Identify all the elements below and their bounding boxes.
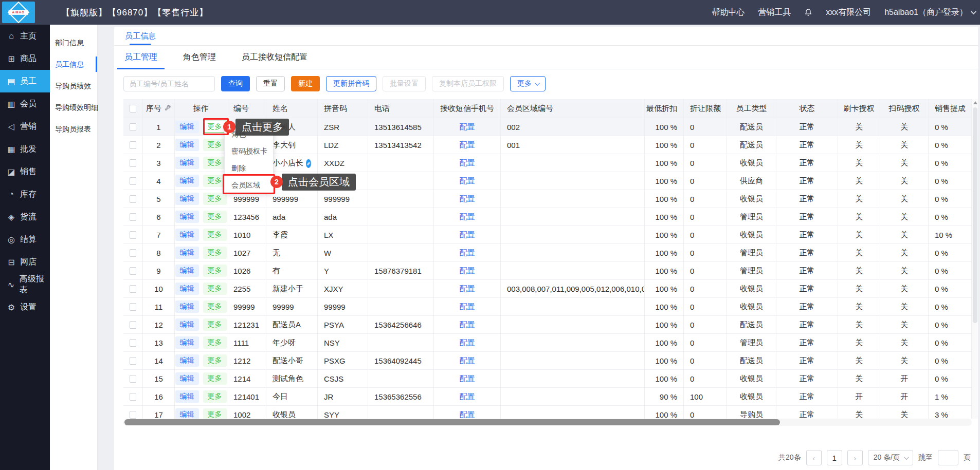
- submenu-item-员工信息[interactable]: 员工信息: [50, 53, 97, 75]
- edit-button[interactable]: 编辑: [175, 336, 199, 349]
- menu-item-密码授权卡[interactable]: 密码授权卡: [225, 143, 273, 160]
- configure-link[interactable]: 配置: [460, 140, 475, 150]
- vertical-scrollbar-thumb[interactable]: [973, 107, 977, 323]
- page-tab-staff-info[interactable]: 员工信息: [125, 27, 156, 46]
- toolbar-button-更多[interactable]: 更多: [510, 76, 546, 91]
- sidebar-item-销售[interactable]: ◪销售: [0, 160, 50, 183]
- row-checkbox[interactable]: [130, 177, 136, 185]
- row-checkbox[interactable]: [130, 303, 136, 311]
- more-button[interactable]: 更多: [203, 157, 227, 169]
- configure-link[interactable]: 配置: [460, 356, 475, 366]
- row-checkbox[interactable]: [130, 141, 136, 149]
- row-checkbox[interactable]: [130, 123, 136, 131]
- logo[interactable]: AIBAO: [2, 2, 35, 23]
- edit-button[interactable]: 编辑: [175, 354, 199, 367]
- sidebar-item-营销[interactable]: ◁营销: [0, 115, 50, 138]
- current-page[interactable]: 1: [827, 450, 842, 465]
- submenu-item-导购员绩效[interactable]: 导购员绩效: [50, 75, 97, 97]
- row-checkbox[interactable]: [130, 375, 136, 383]
- edit-button[interactable]: 编辑: [175, 283, 199, 295]
- edit-button[interactable]: 编辑: [175, 390, 199, 403]
- sidebar-item-货流[interactable]: ◈货流: [0, 205, 50, 228]
- horizontal-scrollbar-thumb[interactable]: [124, 419, 780, 425]
- sidebar-item-设置[interactable]: ⚙设置: [0, 296, 50, 318]
- configure-link[interactable]: 配置: [460, 176, 475, 186]
- sidebar-item-库存[interactable]: ◔库存: [0, 183, 50, 205]
- sidebar-item-商品[interactable]: ⊞商品: [0, 47, 50, 70]
- submenu-item-导购绩效明细[interactable]: 导购绩效明细: [50, 97, 97, 118]
- edit-button[interactable]: 编辑: [175, 300, 199, 313]
- prev-page-button[interactable]: ‹: [806, 450, 822, 465]
- configure-link[interactable]: 配置: [460, 302, 475, 312]
- configure-link[interactable]: 配置: [460, 248, 475, 258]
- more-button[interactable]: 更多: [203, 372, 227, 385]
- edit-button[interactable]: 编辑: [175, 318, 199, 331]
- company-name[interactable]: xxx有限公司: [826, 7, 871, 18]
- help-center-link[interactable]: 帮助中心: [712, 7, 745, 18]
- notification-bell-icon[interactable]: [804, 8, 812, 16]
- more-button[interactable]: 更多: [203, 300, 227, 313]
- configure-link[interactable]: 配置: [460, 374, 475, 384]
- configure-link[interactable]: 配置: [460, 230, 475, 240]
- next-page-button[interactable]: ›: [847, 450, 863, 465]
- row-checkbox[interactable]: [130, 285, 136, 293]
- scroll-up-arrow-icon[interactable]: [973, 101, 977, 104]
- configure-link[interactable]: 配置: [460, 158, 475, 168]
- edit-button[interactable]: 编辑: [175, 193, 199, 205]
- sidebar-item-员工[interactable]: ▤员工: [0, 70, 50, 92]
- more-button[interactable]: 更多: [203, 408, 227, 419]
- toolbar-button-重置[interactable]: 重置: [256, 76, 285, 91]
- wrench-icon[interactable]: [165, 104, 171, 113]
- more-button[interactable]: 更多: [203, 390, 227, 403]
- more-button[interactable]: 更多: [203, 247, 227, 259]
- more-button[interactable]: 更多: [203, 139, 227, 151]
- search-input[interactable]: [123, 76, 215, 91]
- row-checkbox[interactable]: [130, 249, 136, 257]
- configure-link[interactable]: 配置: [460, 392, 475, 402]
- tab-员工管理[interactable]: 员工管理: [117, 46, 165, 69]
- row-checkbox[interactable]: [130, 357, 136, 365]
- sidebar-item-主页[interactable]: ⌂主页: [0, 25, 50, 47]
- row-checkbox[interactable]: [130, 411, 136, 419]
- tab-角色管理[interactable]: 角色管理: [176, 46, 223, 69]
- configure-link[interactable]: 配置: [460, 338, 475, 348]
- configure-link[interactable]: 配置: [460, 410, 475, 419]
- edit-button[interactable]: 编辑: [175, 408, 199, 419]
- edit-button[interactable]: 编辑: [175, 247, 199, 259]
- row-checkbox[interactable]: [130, 393, 136, 401]
- sidebar-item-批发[interactable]: ▦批发: [0, 138, 50, 160]
- edit-button[interactable]: 编辑: [175, 139, 199, 151]
- edit-button[interactable]: 编辑: [175, 121, 199, 133]
- sidebar-item-结算[interactable]: ◎结算: [0, 228, 50, 251]
- edit-button[interactable]: 编辑: [175, 211, 199, 223]
- configure-link[interactable]: 配置: [460, 284, 475, 294]
- row-checkbox[interactable]: [130, 159, 136, 167]
- row-checkbox[interactable]: [130, 195, 136, 203]
- edit-button[interactable]: 编辑: [175, 265, 199, 277]
- more-button[interactable]: 更多: [203, 211, 227, 223]
- page-size-select[interactable]: 20 条/页: [868, 450, 913, 465]
- sidebar-item-高级报表[interactable]: ∿高级报表: [0, 273, 50, 296]
- select-all-checkbox[interactable]: [130, 105, 136, 112]
- more-button[interactable]: 更多: [203, 318, 227, 331]
- edit-button[interactable]: 编辑: [175, 157, 199, 169]
- sidebar-item-会员[interactable]: ▥会员: [0, 92, 50, 115]
- configure-link[interactable]: 配置: [460, 266, 475, 276]
- configure-link[interactable]: 配置: [460, 194, 475, 204]
- row-checkbox[interactable]: [130, 321, 136, 329]
- row-checkbox[interactable]: [130, 213, 136, 221]
- more-button[interactable]: 更多: [203, 229, 227, 241]
- configure-link[interactable]: 配置: [460, 212, 475, 222]
- toolbar-button-更新拼音码[interactable]: 更新拼音码: [326, 76, 376, 91]
- row-checkbox[interactable]: [130, 267, 136, 275]
- more-button[interactable]: 更多: [203, 354, 227, 367]
- row-checkbox[interactable]: [130, 231, 136, 239]
- edit-button[interactable]: 编辑: [175, 175, 199, 187]
- configure-link[interactable]: 配置: [460, 122, 475, 132]
- toolbar-button-查询[interactable]: 查询: [221, 76, 250, 91]
- sidebar-item-网店[interactable]: ⊟网店: [0, 251, 50, 273]
- row-checkbox[interactable]: [130, 339, 136, 347]
- edit-button[interactable]: 编辑: [175, 229, 199, 241]
- more-button[interactable]: 更多: [203, 193, 227, 205]
- jump-to-page-input[interactable]: [938, 450, 958, 465]
